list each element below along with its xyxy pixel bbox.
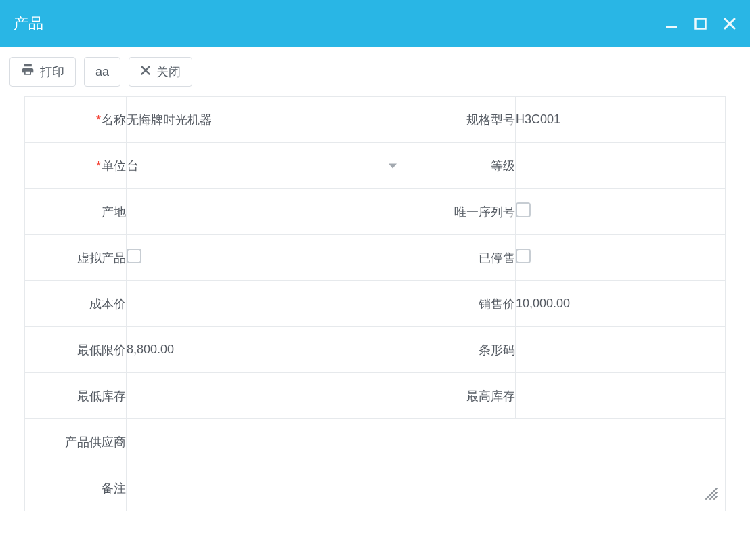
window-controls bbox=[665, 17, 736, 30]
toolbar: 打印 aa 关闭 bbox=[0, 47, 750, 96]
svg-rect-0 bbox=[666, 26, 677, 28]
label-discontinued: 已停售 bbox=[414, 235, 516, 281]
aa-button[interactable]: aa bbox=[84, 57, 120, 87]
label-grade: 等级 bbox=[414, 143, 516, 189]
resize-handle-icon[interactable] bbox=[703, 486, 718, 504]
label-barcode: 条形码 bbox=[414, 327, 516, 373]
field-spec[interactable]: H3C001 bbox=[516, 97, 726, 143]
form: *名称 无悔牌时光机器 规格型号 H3C001 *单位 台 等级 产地 唯一序列… bbox=[0, 96, 750, 511]
field-min-price[interactable]: 8,800.00 bbox=[127, 327, 414, 373]
minimize-button[interactable] bbox=[665, 17, 678, 30]
field-cost[interactable] bbox=[127, 281, 414, 327]
virtual-checkbox[interactable] bbox=[127, 249, 141, 263]
label-unit: *单位 bbox=[25, 143, 127, 189]
field-serial bbox=[516, 189, 726, 235]
field-barcode[interactable] bbox=[516, 327, 726, 373]
maximize-button[interactable] bbox=[694, 18, 707, 30]
field-max-stock[interactable] bbox=[516, 373, 726, 419]
field-grade[interactable] bbox=[516, 143, 726, 189]
print-icon bbox=[21, 64, 35, 81]
label-min-price: 最低限价 bbox=[25, 327, 127, 373]
chevron-down-icon bbox=[388, 158, 397, 173]
label-virtual: 虚拟产品 bbox=[25, 235, 127, 281]
label-sale: 销售价 bbox=[414, 281, 516, 327]
unit-value: 台 bbox=[127, 159, 139, 173]
label-max-stock: 最高库存 bbox=[414, 373, 516, 419]
label-serial: 唯一序列号 bbox=[414, 189, 516, 235]
field-unit[interactable]: 台 bbox=[127, 143, 414, 189]
label-origin: 产地 bbox=[25, 189, 127, 235]
field-virtual bbox=[127, 235, 414, 281]
serial-checkbox[interactable] bbox=[516, 202, 531, 217]
field-min-stock[interactable] bbox=[127, 373, 414, 419]
window-title: 产品 bbox=[14, 14, 665, 34]
label-supplier: 产品供应商 bbox=[25, 419, 127, 465]
label-spec: 规格型号 bbox=[414, 97, 516, 143]
field-name[interactable]: 无悔牌时光机器 bbox=[127, 97, 414, 143]
label-min-stock: 最低库存 bbox=[25, 373, 127, 419]
print-button[interactable]: 打印 bbox=[9, 57, 76, 87]
close-label: 关闭 bbox=[156, 64, 181, 80]
label-name: *名称 bbox=[25, 97, 127, 143]
close-button[interactable]: 关闭 bbox=[129, 57, 192, 87]
aa-label: aa bbox=[95, 65, 109, 79]
field-origin[interactable] bbox=[127, 189, 414, 235]
field-remark[interactable] bbox=[127, 465, 726, 511]
print-label: 打印 bbox=[40, 64, 64, 80]
field-discontinued bbox=[516, 235, 726, 281]
svg-rect-1 bbox=[696, 19, 706, 29]
discontinued-checkbox[interactable] bbox=[516, 249, 531, 263]
field-supplier[interactable] bbox=[127, 419, 726, 465]
close-x-button[interactable] bbox=[723, 17, 736, 30]
titlebar: 产品 bbox=[0, 0, 750, 47]
label-remark: 备注 bbox=[25, 465, 127, 511]
field-sale[interactable]: 10,000.00 bbox=[516, 281, 726, 327]
label-cost: 成本价 bbox=[25, 281, 127, 327]
close-icon bbox=[140, 65, 151, 79]
